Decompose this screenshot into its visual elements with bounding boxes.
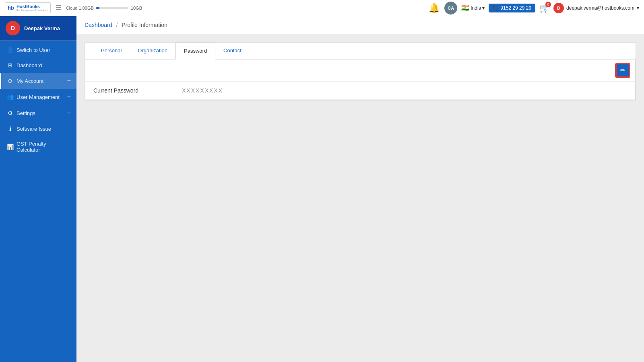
software-issue-icon: ℹ (7, 125, 13, 132)
cart-button[interactable]: 🛒 0 (539, 3, 549, 13)
profile-panel: Personal Organization Password Contact ✏ (85, 42, 636, 101)
sidebar-label-gst-penalty: GST Penalty Calculator (17, 141, 71, 153)
sidebar: D Deepak Verma 👤 Switch to User ⊞ Dashbo… (0, 16, 76, 362)
phone-icon: 📞 (493, 5, 499, 11)
user-chevron-icon: ▾ (637, 5, 639, 11)
user-management-icon: 👥 (7, 94, 13, 100)
ca-button[interactable]: CA (444, 2, 457, 14)
switch-user-icon: 👤 (7, 47, 13, 53)
storage-used-label: Cloud 1.00GB (66, 6, 94, 10)
sidebar-label-dashboard: Dashboard (17, 62, 42, 68)
sidebar-user-name: Deepak Verma (24, 25, 60, 31)
gst-penalty-icon: 📊 (7, 144, 13, 150)
tab-bar: Personal Organization Password Contact (85, 43, 636, 59)
top-header: hb HostBooks the language of business ☰ … (0, 0, 644, 16)
user-management-expand-icon[interactable]: + (67, 93, 71, 101)
edit-pencil-icon: ✏ (620, 67, 625, 74)
storage-bar-fill (96, 7, 99, 9)
settings-icon: ⚙ (7, 110, 13, 116)
tabs-row: Personal Organization Password Contact (93, 43, 636, 59)
sidebar-item-gst-penalty[interactable]: 📊 GST Penalty Calculator (0, 136, 76, 157)
sidebar-item-software-issue[interactable]: ℹ Software Issue (0, 121, 76, 136)
phone-number: 9152 29 29 29 (500, 5, 531, 11)
storage-total-label: 10GB (131, 6, 142, 10)
logo-hb-text: hb (8, 5, 14, 11)
password-panel: ✏ Current Password XXXXXXXXX (85, 59, 636, 100)
sidebar-item-switch-to-user[interactable]: 👤 Switch to User (0, 42, 76, 58)
india-flag-icon: 🇮🇳 (461, 4, 469, 12)
sidebar-label-user-management: User Management (17, 94, 60, 100)
main-layout: D Deepak Verma 👤 Switch to User ⊞ Dashbo… (0, 16, 644, 362)
user-email-label: deepak.verma@hostbooks.com (566, 5, 634, 11)
tab-organization[interactable]: Organization (130, 43, 175, 60)
notification-icon[interactable]: 🔔 (427, 2, 440, 14)
tab-personal[interactable]: Personal (93, 43, 130, 60)
logo[interactable]: hb HostBooks the language of business (5, 2, 51, 14)
sidebar-item-user-management[interactable]: 👥 User Management + (0, 89, 76, 105)
logo-text-block: HostBooks the language of business (17, 4, 48, 12)
sidebar-label-software-issue: Software Issue (17, 126, 51, 132)
logo-tagline: the language of business (17, 9, 48, 12)
breadcrumb-dashboard-link[interactable]: Dashboard (85, 22, 112, 28)
sidebar-item-my-account[interactable]: ⊙ My Account + (0, 73, 76, 89)
sidebar-nav: 👤 Switch to User ⊞ Dashboard ⊙ My Accoun… (0, 41, 76, 157)
dashboard-icon: ⊞ (7, 62, 13, 68)
sidebar-user-profile[interactable]: D Deepak Verma (0, 16, 76, 41)
sidebar-label-my-account: My Account (17, 78, 43, 84)
cart-badge: 0 (545, 2, 551, 7)
sidebar-item-dashboard[interactable]: ⊞ Dashboard (0, 58, 76, 73)
panel-toolbar: ✏ (85, 60, 635, 82)
my-account-expand-icon[interactable]: + (67, 77, 71, 84)
current-password-label: Current Password (93, 87, 174, 94)
header-right: 🔔 CA 🇮🇳 India ▾ 📞 9152 29 29 29 🛒 0 D de… (427, 2, 639, 14)
sidebar-label-settings: Settings (17, 110, 35, 116)
current-password-value: XXXXXXXXX (182, 87, 223, 94)
content-area: Personal Organization Password Contact ✏ (76, 34, 644, 362)
storage-bar-background (96, 7, 128, 9)
tab-contact[interactable]: Contact (215, 43, 250, 60)
hamburger-icon[interactable]: ☰ (56, 4, 61, 12)
sidebar-label-switch-to-user: Switch to User (17, 47, 50, 53)
breadcrumb: Dashboard / Profile Information (76, 16, 644, 34)
user-avatar-small: D (553, 3, 564, 13)
phone-button[interactable]: 📞 9152 29 29 29 (489, 4, 535, 12)
country-label: India (471, 5, 481, 11)
my-account-icon: ⊙ (7, 78, 13, 84)
tab-password[interactable]: Password (175, 43, 215, 60)
sidebar-user-avatar: D (6, 21, 20, 35)
logo-name: HostBooks (17, 4, 48, 9)
sidebar-item-settings[interactable]: ⚙ Settings + (0, 105, 76, 121)
breadcrumb-separator: / (116, 22, 118, 28)
storage-info: Cloud 1.00GB 10GB (66, 6, 142, 10)
country-chevron-icon: ▾ (482, 5, 485, 11)
edit-button[interactable]: ✏ (616, 64, 630, 77)
breadcrumb-current-page: Profile Information (122, 22, 167, 28)
country-selector[interactable]: 🇮🇳 India ▾ (461, 4, 485, 12)
user-account-menu[interactable]: D deepak.verma@hostbooks.com ▾ (553, 3, 639, 13)
current-password-row: Current Password XXXXXXXXX (85, 82, 635, 100)
settings-expand-icon[interactable]: + (67, 109, 71, 117)
main-content: Dashboard / Profile Information Personal… (76, 16, 644, 362)
